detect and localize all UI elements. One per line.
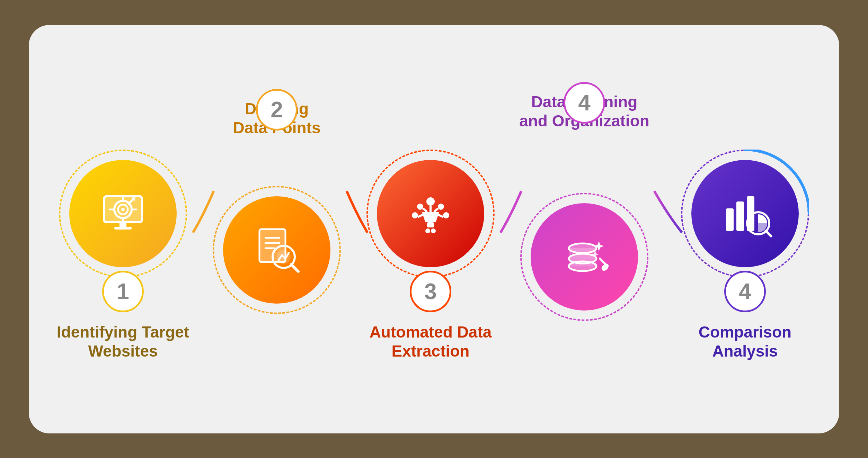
step-5: 4 Comparison Analysis xyxy=(679,94,812,364)
svg-point-21 xyxy=(417,204,423,210)
step-5-badge: 4 xyxy=(724,271,766,312)
steps-container: 1 Identifying Target Websites 2 xyxy=(56,82,812,376)
step-3-label: Automated Data Extraction xyxy=(370,323,492,364)
step-5-label: Comparison Analysis xyxy=(699,323,791,364)
svg-line-27 xyxy=(434,208,438,212)
svg-rect-11 xyxy=(119,222,126,227)
svg-point-20 xyxy=(426,197,435,206)
svg-line-45 xyxy=(766,231,771,236)
step-1-label: Identifying Target Websites xyxy=(57,323,189,364)
svg-point-4 xyxy=(121,208,125,211)
svg-rect-31 xyxy=(427,222,434,227)
step-1-badge: 1 xyxy=(102,271,144,312)
step-1: 1 Identifying Target Websites xyxy=(56,94,189,364)
step-4: 4 Data Cleaning and Organization xyxy=(518,82,651,376)
svg-point-24 xyxy=(443,212,449,218)
svg-line-26 xyxy=(423,208,427,212)
step-4-badge: 4 xyxy=(564,82,605,124)
svg-line-19 xyxy=(291,264,298,271)
svg-point-38 xyxy=(569,261,596,271)
step-3-badge: 3 xyxy=(410,271,451,312)
svg-rect-41 xyxy=(726,208,734,231)
svg-rect-42 xyxy=(736,201,744,231)
svg-point-32 xyxy=(425,228,430,233)
main-card: 1 Identifying Target Websites 2 xyxy=(29,25,839,433)
step-2-badge: 2 xyxy=(256,89,298,131)
svg-point-22 xyxy=(438,204,444,210)
svg-point-23 xyxy=(412,212,418,218)
svg-point-33 xyxy=(431,228,436,233)
step-3: 3 Automated Data Extraction xyxy=(364,94,497,364)
step-2: 2 Defining Data Points xyxy=(210,89,343,369)
svg-rect-12 xyxy=(114,227,132,230)
svg-marker-30 xyxy=(422,212,439,222)
